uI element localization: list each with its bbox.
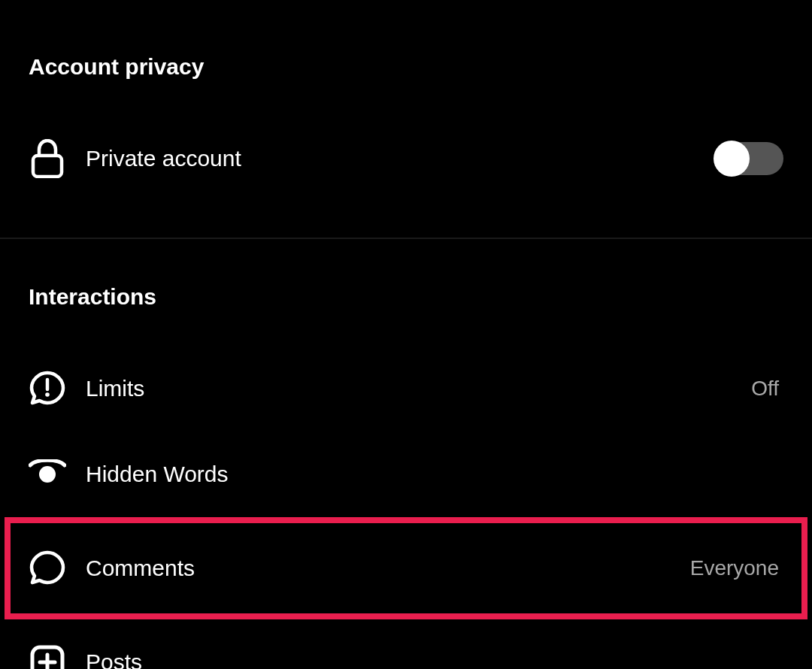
limits-row[interactable]: Limits Off xyxy=(0,346,812,431)
private-account-row[interactable]: Private account xyxy=(0,116,812,201)
comments-icon xyxy=(29,549,66,587)
toggle-handle xyxy=(714,141,750,177)
section-header-interactions: Interactions xyxy=(0,284,812,310)
svg-point-2 xyxy=(45,392,50,397)
posts-row[interactable]: Posts xyxy=(0,619,812,669)
private-account-label: Private account xyxy=(86,146,716,171)
comments-row[interactable]: Comments Everyone xyxy=(5,517,807,619)
hidden-words-row[interactable]: Hidden Words xyxy=(0,431,812,517)
svg-point-3 xyxy=(39,466,56,483)
limits-icon xyxy=(29,370,66,407)
hidden-words-label: Hidden Words xyxy=(86,462,783,487)
posts-icon xyxy=(29,643,66,669)
lock-icon xyxy=(29,140,66,177)
limits-label: Limits xyxy=(86,376,751,401)
section-header-account-privacy: Account privacy xyxy=(0,0,812,80)
private-account-toggle[interactable] xyxy=(716,142,783,175)
comments-value: Everyone xyxy=(690,556,779,580)
hidden-words-icon xyxy=(29,456,66,493)
comments-label: Comments xyxy=(86,555,690,581)
limits-value: Off xyxy=(751,377,779,401)
posts-label: Posts xyxy=(86,649,783,669)
svg-rect-0 xyxy=(33,156,62,177)
